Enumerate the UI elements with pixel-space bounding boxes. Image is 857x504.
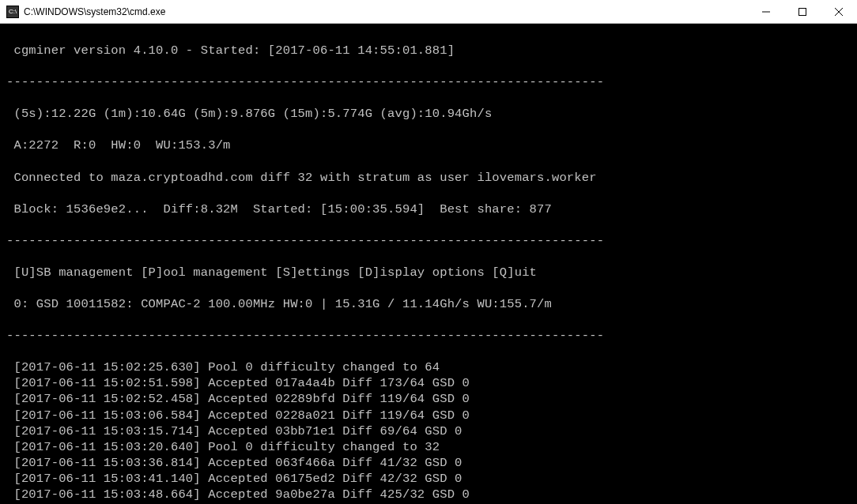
cmd-icon: C:\ [6, 6, 19, 18]
log-line: [2017-06-11 15:03:36.814] Accepted 063f4… [6, 455, 851, 471]
menu-line: [U]SB management [P]ool management [S]et… [6, 265, 851, 280]
log-line: [2017-06-11 15:02:51.598] Accepted 017a4… [6, 375, 851, 391]
hashrate-line: (5s):12.22G (1m):10.64G (5m):9.876G (15m… [6, 106, 851, 122]
log-line: [2017-06-11 15:03:15.714] Accepted 03bb7… [6, 423, 851, 439]
block-line: Block: 1536e9e2... Diff:8.32M Started: [… [6, 201, 851, 217]
window-titlebar: C:\ C:\WINDOWS\system32\cmd.exe [0, 0, 857, 24]
log-line: [2017-06-11 15:03:06.584] Accepted 0228a… [6, 408, 851, 423]
separator-line: ----------------------------------------… [6, 233, 851, 249]
log-line: [2017-06-11 15:02:52.458] Accepted 02289… [6, 391, 851, 407]
device-line: 0: GSD 10011582: COMPAC-2 100.00MHz HW:0… [6, 296, 851, 312]
log-line: [2017-06-11 15:03:41.140] Accepted 06175… [6, 471, 851, 487]
maximize-button[interactable] [784, 0, 821, 23]
window-controls [748, 0, 857, 23]
maximize-icon [798, 8, 806, 16]
log-output: [2017-06-11 15:02:25.630] Pool 0 difficu… [6, 359, 851, 504]
close-button[interactable] [821, 0, 857, 23]
minimize-button[interactable] [748, 0, 784, 23]
svg-rect-1 [799, 8, 806, 15]
terminal-output[interactable]: cgminer version 4.10.0 - Started: [2017-… [0, 24, 857, 504]
log-line: [2017-06-11 15:03:20.640] Pool 0 difficu… [6, 439, 851, 455]
version-line: cgminer version 4.10.0 - Started: [2017-… [6, 43, 851, 58]
window-title: C:\WINDOWS\system32\cmd.exe [24, 6, 748, 17]
stats-line: A:2272 R:0 HW:0 WU:153.3/m [6, 137, 851, 153]
separator-line: ----------------------------------------… [6, 74, 851, 90]
log-line: [2017-06-11 15:03:48.664] Accepted 9a0be… [6, 487, 851, 502]
connection-line: Connected to maza.cryptoadhd.com diff 32… [6, 170, 851, 186]
close-icon [835, 8, 843, 16]
log-line: [2017-06-11 15:02:25.630] Pool 0 difficu… [6, 359, 851, 375]
minimize-icon [762, 8, 770, 16]
separator-line: ----------------------------------------… [6, 328, 851, 344]
